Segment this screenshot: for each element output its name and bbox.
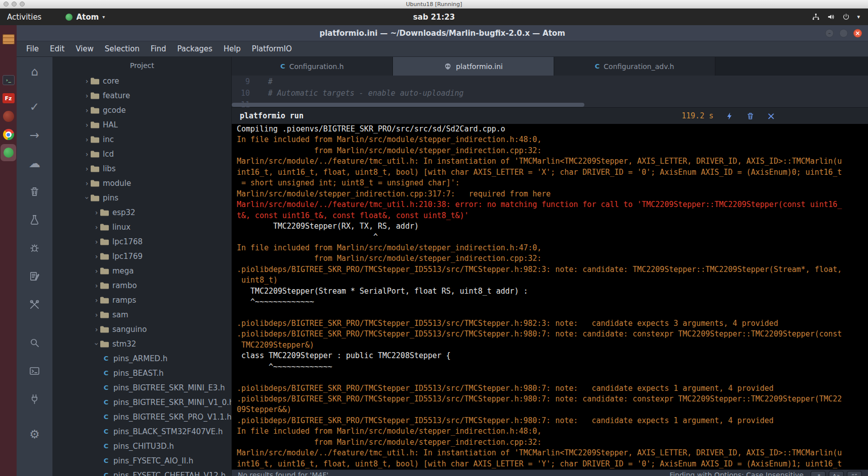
editor-horizontal-scrollbar[interactable] [232, 103, 584, 107]
terminal-line: from Marlin/src/module/stepper_indirecti… [237, 253, 868, 264]
atom-window-title: platformio.ini — ~/Downloads/Marlin-bugf… [319, 29, 565, 38]
close-panel-icon[interactable]: × [767, 111, 775, 121]
menu-help[interactable]: Help [218, 41, 246, 56]
tree-item-sam[interactable]: ›sam [53, 307, 231, 322]
tree-item-esp32[interactable]: ›esp32 [53, 205, 231, 220]
menu-edit[interactable]: Edit [44, 41, 70, 56]
tree-item-pins-bigtree-skr-mini-e3-h[interactable]: Cpins_BIGTREE_SKR_MINI_E3.h [53, 380, 231, 395]
network-icon[interactable] [812, 13, 820, 21]
upload-arrow-icon[interactable]: → [24, 126, 45, 144]
notes-icon[interactable] [24, 267, 45, 285]
chrome-ring [6, 131, 12, 138]
clean-trash-icon[interactable] [24, 183, 45, 200]
tools-icon[interactable] [24, 296, 45, 313]
menu-packages[interactable]: Packages [172, 41, 218, 56]
project-tree[interactable]: ›core›feature›gcode›HAL›inc›lcd›libs›mod… [53, 74, 231, 476]
terminal-line: ^~~~~~~~~~~~~~ [237, 362, 868, 372]
terminal-icon[interactable] [24, 362, 45, 379]
tree-item-lpc1769[interactable]: ›lpc1769 [53, 249, 231, 263]
vm-zoom-button[interactable] [20, 2, 25, 7]
tools-glyph [29, 299, 40, 310]
tree-item-gcode[interactable]: ›gcode [53, 103, 231, 117]
activities-button[interactable]: Activities [0, 9, 48, 25]
upload-cloud-icon[interactable]: ☁ [24, 155, 45, 172]
menu-platformio[interactable]: PlatformIO [246, 41, 298, 56]
vm-minimize-button[interactable] [12, 2, 17, 7]
home-icon[interactable]: ⌂ [24, 63, 45, 80]
tree-item-rambo[interactable]: ›rambo [53, 278, 231, 293]
tree-item-ramps[interactable]: ›ramps [53, 293, 231, 307]
maximize-button[interactable] [839, 29, 848, 37]
tree-item-pins-beast-h[interactable]: Cpins_BEAST.h [53, 366, 231, 380]
regex-option-button[interactable]: .* [811, 471, 826, 476]
tree-item-libs[interactable]: ›libs [53, 161, 231, 176]
tree-item-pins-chitu3d-h[interactable]: Cpins_CHITU3D.h [53, 439, 231, 453]
chrome-dot [7, 133, 10, 137]
tree-item-pins-black-stm32f407ve-h[interactable]: Cpins_BLACK_STM32F407VE.h [53, 424, 231, 439]
tree-item-pins-bigtree-skr-mini-v1-0-h[interactable]: Cpins_BIGTREE_SKR_MINI_V1_0.h [53, 395, 231, 410]
vm-close-button[interactable] [4, 2, 9, 7]
system-status-area[interactable]: ▾ [812, 9, 868, 25]
minimize-button[interactable]: – [825, 29, 834, 37]
text-editor[interactable]: 9#10# Automatic targets - enable auto-up… [232, 76, 868, 107]
settings-gear-icon[interactable]: ⚙ [24, 426, 45, 443]
search-icon[interactable] [24, 334, 45, 351]
tree-item-pins-fysetc-aio-ii-h[interactable]: Cpins_FYSETC_AIO_II.h [53, 453, 231, 468]
build-panel-title: platformio run [240, 111, 303, 120]
tree-item-core[interactable]: ›core [53, 74, 231, 88]
dock-app-icon[interactable] [1, 108, 16, 125]
tree-item-stm32[interactable]: ›stm32 [53, 336, 231, 351]
find-status-text: No results found for 'M4F' [238, 471, 328, 476]
debug-bug-icon[interactable] [24, 239, 45, 256]
lightning-icon[interactable] [725, 112, 734, 120]
tree-item-pins-bigtree-skr-pro-v1-1-h[interactable]: Cpins_BIGTREE_SKR_PRO_V1.1.h [53, 410, 231, 424]
menu-selection[interactable]: Selection [99, 41, 145, 56]
power-icon[interactable] [842, 13, 850, 21]
terminal-line: = short unsigned int; uint8_t = unsigned… [237, 178, 868, 188]
tree-item-feature[interactable]: ›feature [53, 88, 231, 103]
dock-filezilla-icon[interactable]: Fz [1, 90, 16, 107]
menu-view[interactable]: View [70, 41, 99, 56]
dock-files-icon[interactable] [1, 31, 16, 48]
clock-button[interactable]: sab 21:23 [413, 13, 455, 22]
tab-configuration-h[interactable]: CConfiguration.h [232, 57, 393, 76]
app-menu-button[interactable]: Atom ▾ [65, 9, 105, 25]
c-file-icon: C [102, 384, 110, 391]
tree-item-hal[interactable]: ›HAL [53, 117, 231, 132]
tree-item-pins-armed-h[interactable]: Cpins_ARMED.h [53, 351, 231, 366]
tree-item-inc[interactable]: ›inc [53, 132, 231, 147]
tree-item-sanguino[interactable]: ›sanguino [53, 322, 231, 336]
dock-chrome-icon[interactable] [1, 126, 16, 143]
build-output-terminal[interactable]: Compiling .pioenvs/BIGTREE_SKR_PRO/src/s… [232, 124, 868, 469]
tree-item-pins-fysetc-cheetah-v12-h[interactable]: Cpins_FYSETC_CHEETAH_V12.h [53, 468, 231, 476]
tree-item-label: ramps [112, 296, 136, 305]
chevron-right-icon: › [93, 267, 100, 275]
tab-platformio-ini[interactable]: platformio.ini [393, 57, 554, 76]
whole-word-option-button[interactable]: “” [847, 471, 862, 476]
dock-atom-icon[interactable] [1, 144, 16, 161]
tree-item-label: libs [103, 164, 116, 173]
tree-item-mega[interactable]: ›mega [53, 263, 231, 278]
chevron-down-icon: › [93, 340, 101, 348]
tree-item-linux[interactable]: ›linux [53, 220, 231, 234]
tree-item-lcd[interactable]: ›lcd [53, 147, 231, 161]
build-check-icon[interactable]: ✓ [24, 98, 45, 115]
tab-configuration-adv-h[interactable]: CConfiguration_adv.h [554, 57, 715, 76]
chrome-icon [3, 129, 14, 140]
dock-terminal-icon[interactable]: ›_ [1, 72, 16, 89]
volume-icon[interactable] [827, 13, 835, 21]
test-flask-icon[interactable] [24, 211, 45, 228]
trash-icon[interactable] [746, 112, 755, 120]
menu-file[interactable]: File [21, 41, 44, 56]
tree-item-pins[interactable]: ›pins [53, 190, 231, 205]
serial-plug-icon[interactable] [24, 390, 45, 407]
tree-item-lpc1768[interactable]: ›lpc1768 [53, 234, 231, 249]
tree-item-label: pins_BLACK_STM32F407VE.h [113, 427, 223, 436]
case-option-button[interactable]: Aa [829, 471, 844, 476]
tree-item-label: feature [103, 91, 130, 100]
menu-find[interactable]: Find [145, 41, 172, 56]
menu-chevron-icon[interactable]: ▾ [857, 14, 860, 20]
close-button[interactable]: × [853, 29, 862, 37]
tree-item-module[interactable]: ›module [53, 176, 231, 190]
terminal-line: .piolibdeps/BIGTREE_SKR_PRO/TMCStepper_I… [237, 394, 868, 404]
